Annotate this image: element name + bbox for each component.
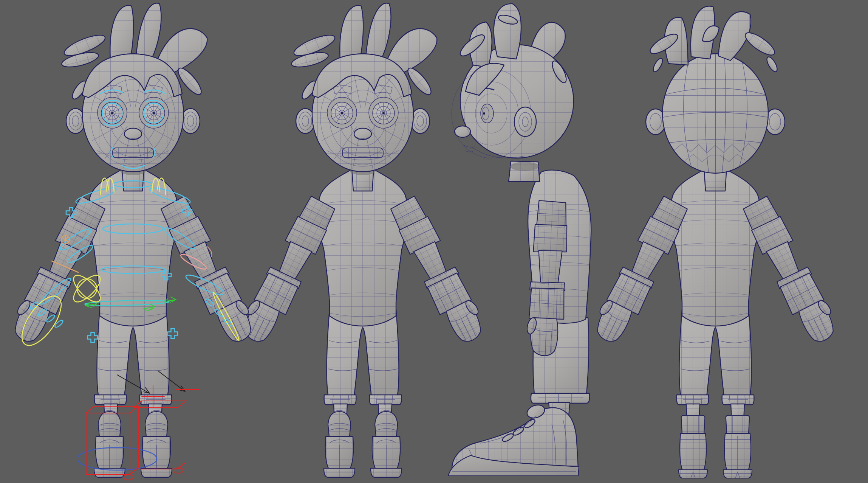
maya-3d-viewport[interactable] (0, 0, 868, 483)
viewport-canvas[interactable] (0, 0, 868, 483)
side-ear (514, 107, 536, 137)
side-neck (509, 161, 540, 182)
side-eye (481, 104, 494, 123)
